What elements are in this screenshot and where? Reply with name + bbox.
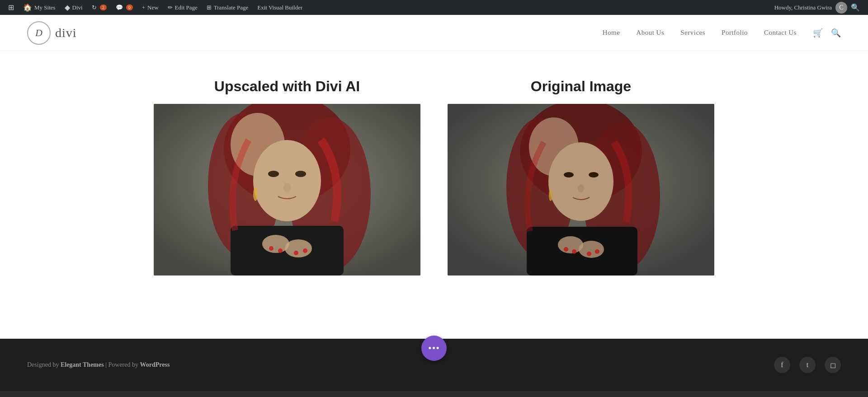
credit-brand: Elegant Themes bbox=[61, 361, 104, 368]
main-content: Upscaled with Divi AI bbox=[0, 51, 868, 303]
credit-cms: WordPress bbox=[140, 361, 170, 368]
exit-builder-btn[interactable]: Exit Visual Builder bbox=[253, 0, 307, 15]
twitter-icon[interactable]: t bbox=[799, 357, 816, 373]
my-sites-btn[interactable]: 🏠 My Sites bbox=[19, 0, 60, 15]
translate-page-label: Translate Page bbox=[214, 4, 248, 11]
search-button[interactable]: 🔍 bbox=[831, 28, 841, 38]
nav-services[interactable]: Services bbox=[680, 29, 705, 37]
svg-point-13 bbox=[278, 248, 283, 253]
original-image bbox=[448, 104, 714, 276]
footer-credit: Designed by Elegant Themes | Powered by … bbox=[27, 361, 170, 369]
updates-btn[interactable]: ↻ 2 bbox=[87, 0, 111, 15]
main-nav: Home About Us Services Portfolio Contact… bbox=[603, 28, 841, 38]
comments-badge: 0 bbox=[126, 5, 133, 10]
updates-badge: 2 bbox=[100, 5, 107, 10]
edit-page-label: Edit Page bbox=[175, 4, 198, 11]
exit-builder-label: Exit Visual Builder bbox=[257, 4, 302, 11]
svg-point-15 bbox=[303, 248, 307, 253]
comments-btn[interactable]: 💬 0 bbox=[111, 0, 137, 15]
svg-point-25 bbox=[578, 184, 584, 192]
original-column: Original Image bbox=[448, 78, 714, 276]
new-icon: + bbox=[142, 4, 145, 11]
comments-icon: 💬 bbox=[116, 4, 123, 11]
svg-point-5 bbox=[253, 140, 321, 221]
greeting-text: Howdy, Christina Gwira bbox=[774, 4, 832, 11]
svg-point-22 bbox=[548, 142, 613, 221]
svg-point-12 bbox=[269, 246, 274, 251]
svg-point-28 bbox=[579, 241, 604, 258]
svg-point-16 bbox=[253, 187, 258, 201]
upscaled-title: Upscaled with Divi AI bbox=[154, 78, 420, 95]
edit-icon: ✏ bbox=[168, 4, 173, 11]
svg-point-33 bbox=[549, 189, 552, 201]
image-comparison: Upscaled with Divi AI bbox=[36, 78, 832, 276]
floating-icon: ••• bbox=[428, 342, 440, 354]
site-header: D divi Home About Us Services Portfolio … bbox=[0, 15, 868, 51]
facebook-icon[interactable]: f bbox=[774, 357, 790, 373]
upscaled-image bbox=[154, 104, 420, 276]
logo-circle: D bbox=[27, 21, 51, 45]
updates-icon: ↻ bbox=[92, 4, 97, 11]
svg-point-29 bbox=[564, 247, 568, 252]
divi-btn[interactable]: ◆ Divi bbox=[60, 0, 87, 15]
svg-point-8 bbox=[283, 183, 291, 192]
footer-social: f t ◻ bbox=[774, 357, 841, 373]
admin-bar: ⊞ 🏠 My Sites ◆ Divi ↻ 2 💬 0 + New ✏ Edit… bbox=[0, 0, 868, 15]
cart-button[interactable]: 🛒 bbox=[813, 28, 823, 38]
svg-point-24 bbox=[589, 172, 599, 177]
nav-home[interactable]: Home bbox=[603, 29, 620, 37]
my-sites-label: My Sites bbox=[34, 4, 56, 11]
svg-point-11 bbox=[285, 239, 312, 257]
nav-portfolio[interactable]: Portfolio bbox=[722, 29, 748, 37]
site-logo[interactable]: D divi bbox=[27, 21, 77, 45]
svg-point-32 bbox=[595, 249, 599, 254]
logo-text: divi bbox=[55, 26, 77, 40]
svg-point-30 bbox=[572, 249, 576, 254]
upscaled-column: Upscaled with Divi AI bbox=[154, 78, 420, 276]
svg-point-14 bbox=[294, 251, 298, 255]
language-bar: 🇺🇸 English bbox=[0, 391, 868, 397]
admin-user-info: Howdy, Christina Gwira C 🔍 bbox=[770, 2, 864, 14]
divi-icon: ◆ bbox=[65, 3, 70, 12]
new-label: New bbox=[147, 4, 159, 11]
original-title: Original Image bbox=[448, 78, 714, 95]
divi-label: Divi bbox=[72, 4, 83, 11]
svg-point-23 bbox=[564, 172, 574, 177]
wp-logo-btn[interactable]: ⊞ bbox=[4, 0, 19, 15]
elegant-themes-link[interactable]: Elegant Themes bbox=[61, 361, 104, 368]
logo-letter: D bbox=[35, 27, 42, 39]
home-icon: 🏠 bbox=[23, 3, 32, 12]
svg-point-31 bbox=[587, 252, 591, 256]
nav-icons: 🛒 🔍 bbox=[813, 28, 841, 38]
translate-page-btn[interactable]: ⊞ Translate Page bbox=[202, 0, 253, 15]
svg-point-6 bbox=[268, 171, 279, 177]
wordpress-icon: ⊞ bbox=[8, 3, 14, 12]
new-btn[interactable]: + New bbox=[137, 0, 163, 15]
nav-contact-us[interactable]: Contact Us bbox=[764, 29, 797, 37]
svg-point-7 bbox=[295, 171, 306, 177]
translate-icon: ⊞ bbox=[207, 4, 212, 11]
instagram-icon[interactable]: ◻ bbox=[825, 357, 841, 373]
floating-action-button[interactable]: ••• bbox=[421, 336, 447, 361]
nav-about-us[interactable]: About Us bbox=[636, 29, 664, 37]
edit-page-btn[interactable]: ✏ Edit Page bbox=[163, 0, 202, 15]
credit-prefix: Designed by bbox=[27, 361, 61, 368]
avatar: C bbox=[835, 2, 847, 14]
credit-mid: | Powered by bbox=[104, 361, 140, 368]
search-icon[interactable]: 🔍 bbox=[851, 3, 860, 12]
